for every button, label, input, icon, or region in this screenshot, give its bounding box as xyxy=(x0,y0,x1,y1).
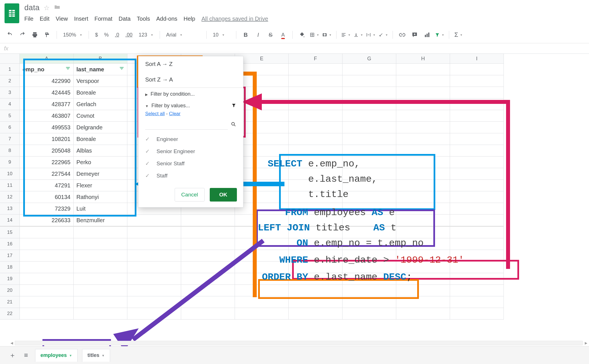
row-header[interactable]: 1 xyxy=(0,64,20,75)
undo-icon[interactable] xyxy=(5,30,15,40)
menu-tools[interactable]: Tools xyxy=(137,16,150,22)
percent-button[interactable]: % xyxy=(102,30,110,40)
borders-icon[interactable] xyxy=(310,30,319,40)
valign-icon[interactable] xyxy=(354,30,363,40)
cell[interactable]: 428377 xyxy=(20,99,74,110)
filter-search-input[interactable] xyxy=(145,120,228,130)
star-icon[interactable]: ☆ xyxy=(44,4,50,12)
cell[interactable]: 72329 xyxy=(20,203,74,215)
paint-format-icon[interactable] xyxy=(42,30,52,40)
cell[interactable]: Verspoor xyxy=(74,75,127,87)
cell[interactable]: Demeyer xyxy=(74,168,127,180)
col-header-h[interactable]: H xyxy=(396,54,450,64)
cell[interactable]: Gerlach xyxy=(74,99,127,110)
num-format-button[interactable]: 123 xyxy=(137,30,155,40)
col-header-g[interactable]: G xyxy=(342,54,396,64)
menu-insert[interactable]: Insert xyxy=(74,16,88,22)
cell[interactable]: 424445 xyxy=(20,87,74,99)
zoom-select[interactable]: 150% xyxy=(61,30,84,40)
col-header-b[interactable]: B xyxy=(74,54,127,64)
cell[interactable]: 227544 xyxy=(20,168,74,180)
doc-title[interactable]: data xyxy=(24,3,40,12)
formula-bar[interactable]: fx xyxy=(0,43,589,54)
fill-color-icon[interactable] xyxy=(297,30,307,40)
cell[interactable]: 47291 xyxy=(20,180,74,191)
cell[interactable]: Perko xyxy=(74,157,127,168)
cell[interactable]: 226633 xyxy=(20,215,74,227)
cell[interactable]: 463807 xyxy=(20,110,74,122)
cell[interactable]: 205048 xyxy=(20,145,74,157)
functions-icon[interactable]: Σ xyxy=(454,30,463,40)
all-sheets-button[interactable]: ≡ xyxy=(22,351,31,360)
filter-by-values[interactable]: ▼Filter by values... xyxy=(138,99,243,111)
cell[interactable]: Boreale xyxy=(74,87,127,99)
col-header-a[interactable]: A xyxy=(20,54,74,64)
cell[interactable]: 108201 xyxy=(20,133,74,145)
cell[interactable]: Covnot xyxy=(74,110,127,122)
cell[interactable]: Boreale xyxy=(74,133,127,145)
filter-option[interactable]: ✓Senior Engineer xyxy=(145,145,236,157)
comment-icon[interactable] xyxy=(410,30,419,40)
cell[interactable]: Delgrande xyxy=(74,122,127,133)
filter-option[interactable]: ✓Staff xyxy=(145,170,236,182)
font-select[interactable]: Arial xyxy=(164,30,202,40)
chart-icon[interactable] xyxy=(422,30,432,40)
filter-icon[interactable] xyxy=(65,64,70,75)
move-folder-icon[interactable] xyxy=(54,4,61,12)
scroll-right-icon[interactable]: ▶ xyxy=(583,340,589,346)
print-icon[interactable] xyxy=(30,30,40,40)
cell[interactable]: Luit xyxy=(74,203,127,215)
col-header-f[interactable]: F xyxy=(289,54,342,64)
sheet-tab-titles[interactable]: titles▼ xyxy=(82,349,110,362)
italic-icon[interactable]: I xyxy=(253,30,263,40)
cell[interactable]: 422990 xyxy=(20,75,74,87)
bold-icon[interactable]: B xyxy=(241,30,250,40)
wrap-icon[interactable] xyxy=(366,30,376,40)
filter-by-condition[interactable]: ▶Filter by condition... xyxy=(138,88,243,99)
sheet-tab-employees[interactable]: employees▼ xyxy=(35,349,78,362)
cell-a1[interactable]: emp_no xyxy=(20,64,74,75)
sort-za[interactable]: Sort Z → A xyxy=(138,72,243,87)
menu-format[interactable]: Format xyxy=(95,16,112,22)
menu-view[interactable]: View xyxy=(56,16,68,22)
menu-help[interactable]: Help xyxy=(184,16,195,22)
menu-data[interactable]: Data xyxy=(119,16,130,22)
merge-icon[interactable] xyxy=(322,30,332,40)
ok-button[interactable]: OK xyxy=(210,188,237,202)
filter-icon[interactable] xyxy=(119,64,124,75)
cell[interactable]: Alblas xyxy=(74,145,127,157)
dec-plus-button[interactable]: .00 xyxy=(124,30,134,40)
link-icon[interactable] xyxy=(397,30,407,40)
rotate-icon[interactable] xyxy=(378,30,388,40)
filter-icon[interactable] xyxy=(435,30,444,40)
cell[interactable]: 222965 xyxy=(20,157,74,168)
col-header-i[interactable]: I xyxy=(450,54,504,64)
cell[interactable]: Flexer xyxy=(74,180,127,191)
sort-az[interactable]: Sort A → Z xyxy=(138,56,243,72)
currency-button[interactable]: $ xyxy=(93,30,100,40)
strike-icon[interactable]: S xyxy=(266,30,275,40)
menu-addons[interactable]: Add-ons xyxy=(156,16,177,22)
filter-option[interactable]: ✓Senior Staff xyxy=(145,157,236,170)
cell[interactable]: Rathonyi xyxy=(74,191,127,203)
h-scrollbar[interactable]: ◀ ▶ xyxy=(8,340,589,346)
cell[interactable]: 499553 xyxy=(20,122,74,133)
redo-icon[interactable] xyxy=(18,30,27,40)
dec-minus-button[interactable]: .0 xyxy=(113,30,121,40)
menu-edit[interactable]: Edit xyxy=(40,16,49,22)
search-icon[interactable] xyxy=(231,121,236,129)
halign-icon[interactable] xyxy=(341,30,351,40)
scroll-left-icon[interactable]: ◀ xyxy=(8,340,15,346)
menu-file[interactable]: File xyxy=(24,16,33,22)
cancel-button[interactable]: Cancel xyxy=(175,188,204,202)
font-size-select[interactable]: 10 xyxy=(211,30,232,40)
select-all-corner[interactable] xyxy=(0,54,20,64)
cell-b1[interactable]: last_name xyxy=(74,64,127,75)
funnel-icon[interactable] xyxy=(231,103,236,109)
filter-option[interactable]: ✓Engineer xyxy=(145,133,236,145)
cell[interactable]: 60134 xyxy=(20,191,74,203)
add-sheet-button[interactable]: ＋ xyxy=(8,351,17,360)
select-all-link[interactable]: Select all xyxy=(145,111,165,116)
clear-link[interactable]: Clear xyxy=(169,111,181,116)
text-color-icon[interactable]: A xyxy=(278,30,288,40)
